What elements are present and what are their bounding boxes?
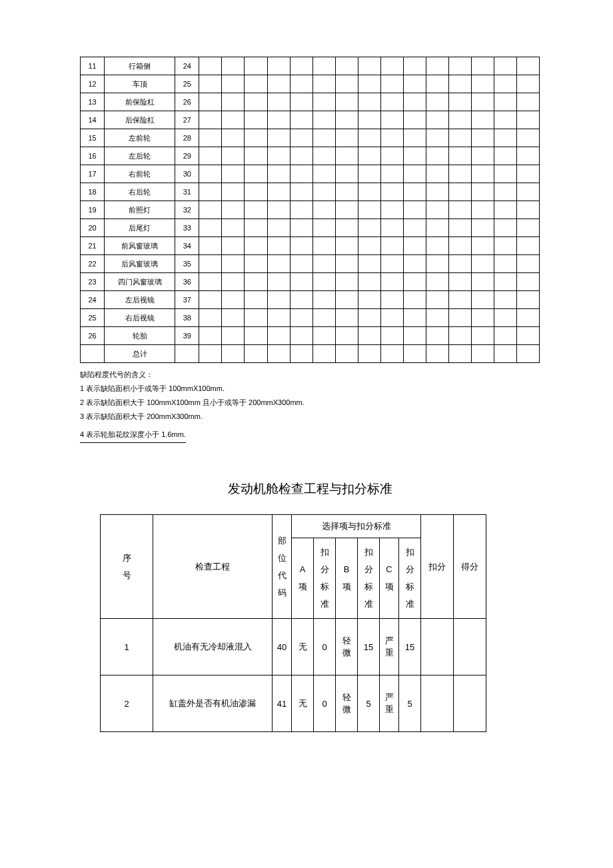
empty-cell bbox=[426, 75, 448, 93]
empty-cell bbox=[380, 201, 403, 219]
col-score: 得分 bbox=[454, 515, 486, 619]
empty-cell bbox=[516, 255, 539, 273]
row-code: 40 bbox=[273, 619, 292, 675]
notes-line-4: 4 表示轮胎花纹深度小于 1.6mm. bbox=[80, 430, 186, 443]
empty-cell bbox=[426, 219, 448, 237]
empty-cell bbox=[358, 165, 380, 183]
empty-cell bbox=[403, 93, 426, 111]
empty-cell bbox=[358, 237, 380, 255]
row-label: 车顶 bbox=[105, 75, 175, 93]
empty-cell bbox=[358, 255, 380, 273]
empty-cell bbox=[222, 201, 245, 219]
row-code: 31 bbox=[175, 183, 199, 201]
empty-cell bbox=[448, 327, 471, 345]
empty-cell bbox=[471, 273, 494, 291]
empty-cell bbox=[516, 273, 539, 291]
empty-cell bbox=[403, 57, 426, 75]
empty-cell bbox=[267, 57, 290, 75]
empty-cell bbox=[358, 75, 380, 93]
row-code: 35 bbox=[175, 255, 199, 273]
empty-cell bbox=[380, 327, 403, 345]
empty-cell bbox=[426, 255, 448, 273]
row-deduct bbox=[421, 619, 454, 675]
col-a: A项 bbox=[292, 538, 314, 619]
empty-cell bbox=[516, 327, 539, 345]
empty-cell bbox=[403, 291, 426, 309]
empty-cell bbox=[222, 237, 245, 255]
empty-cell bbox=[245, 201, 267, 219]
empty-cell bbox=[222, 291, 245, 309]
empty-cell bbox=[199, 291, 222, 309]
row-code: 38 bbox=[175, 309, 199, 327]
empty-cell bbox=[335, 309, 358, 327]
row-code: 32 bbox=[175, 201, 199, 219]
table-row: 2缸盖外是否有机油渗漏41无0轻微5严重5 bbox=[101, 675, 486, 732]
notes-intro: 缺陷程度代号的含义： bbox=[80, 370, 540, 380]
empty-cell bbox=[471, 309, 494, 327]
empty-cell bbox=[290, 219, 312, 237]
row-score bbox=[454, 619, 486, 675]
row-a-std: 0 bbox=[314, 619, 336, 675]
empty-cell bbox=[380, 237, 403, 255]
empty-cell bbox=[448, 75, 471, 93]
empty-cell bbox=[245, 255, 267, 273]
empty-cell bbox=[358, 93, 380, 111]
empty-cell bbox=[335, 111, 358, 129]
empty-cell bbox=[312, 75, 335, 93]
row-label: 四门风窗玻璃 bbox=[105, 273, 175, 291]
empty-cell bbox=[245, 183, 267, 201]
col-c-std: 扣分标准 bbox=[399, 538, 421, 619]
empty-cell bbox=[494, 237, 516, 255]
empty-cell bbox=[335, 129, 358, 147]
empty-cell bbox=[335, 147, 358, 165]
empty-cell bbox=[267, 75, 290, 93]
empty-cell bbox=[199, 129, 222, 147]
empty-cell bbox=[312, 219, 335, 237]
empty-cell bbox=[380, 111, 403, 129]
empty-cell bbox=[494, 183, 516, 201]
empty-cell bbox=[267, 327, 290, 345]
empty-cell bbox=[358, 273, 380, 291]
empty-cell bbox=[335, 237, 358, 255]
row-label: 后尾灯 bbox=[105, 219, 175, 237]
empty-cell bbox=[494, 327, 516, 345]
empty-cell bbox=[245, 75, 267, 93]
empty-cell bbox=[494, 147, 516, 165]
empty-cell bbox=[380, 273, 403, 291]
empty-cell bbox=[312, 309, 335, 327]
empty-cell bbox=[312, 255, 335, 273]
empty-cell bbox=[222, 75, 245, 93]
empty-cell bbox=[312, 129, 335, 147]
empty-cell bbox=[358, 183, 380, 201]
row-code: 28 bbox=[175, 129, 199, 147]
empty-cell bbox=[426, 57, 448, 75]
empty-cell bbox=[267, 129, 290, 147]
empty-cell bbox=[199, 273, 222, 291]
empty-cell bbox=[426, 183, 448, 201]
empty-cell bbox=[471, 165, 494, 183]
empty-cell bbox=[290, 129, 312, 147]
empty-cell bbox=[245, 309, 267, 327]
empty-cell bbox=[312, 327, 335, 345]
row-num: 15 bbox=[81, 129, 105, 147]
empty-cell bbox=[335, 93, 358, 111]
empty-cell bbox=[312, 201, 335, 219]
row-c: 严重 bbox=[380, 675, 399, 732]
notes-line-2: 2 表示缺陷面积大于 100mmX100mm 且小于或等于 200mmX300m… bbox=[80, 398, 540, 408]
table-row: 24左后视镜37 bbox=[81, 291, 540, 309]
row-b: 轻微 bbox=[336, 675, 358, 732]
empty-cell bbox=[516, 165, 539, 183]
empty-cell bbox=[403, 111, 426, 129]
empty-cell bbox=[426, 327, 448, 345]
row-num: 1 bbox=[101, 619, 153, 675]
table-row: 16左后轮29 bbox=[81, 147, 540, 165]
empty-cell bbox=[403, 75, 426, 93]
empty-cell bbox=[335, 165, 358, 183]
row-label: 左前轮 bbox=[105, 129, 175, 147]
empty-cell bbox=[448, 111, 471, 129]
empty-cell bbox=[380, 255, 403, 273]
empty-cell bbox=[448, 237, 471, 255]
empty-cell bbox=[245, 219, 267, 237]
row-c: 严重 bbox=[380, 619, 399, 675]
empty-cell bbox=[222, 273, 245, 291]
